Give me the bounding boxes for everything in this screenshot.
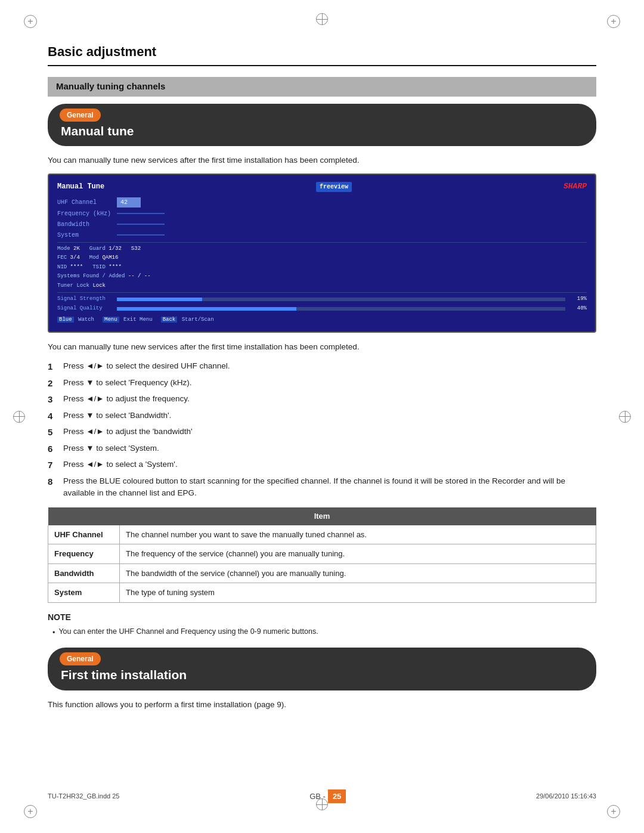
feature-tag-install: General bbox=[60, 652, 101, 665]
reg-mark-bottom-left bbox=[24, 805, 37, 818]
compass-top bbox=[316, 13, 328, 25]
step-text-6: Press ▼ to select 'System. bbox=[63, 442, 596, 454]
step-num-1: 1 bbox=[48, 360, 61, 374]
tv-field-freq-label: Frequency (kHz) bbox=[57, 209, 117, 218]
step-1: 1 Press ◄/► to select the desired UHF ch… bbox=[48, 360, 596, 374]
tv-screen-title: Manual Tune bbox=[57, 181, 104, 192]
tv-screen-mockup: Manual Tune freeview SHARP UHF Channel 4… bbox=[48, 174, 596, 333]
page-number: 25 bbox=[328, 789, 346, 804]
tv-tuner-lock: Tuner Lock Lock bbox=[57, 282, 106, 290]
intro-text-1: You can manually tune new services after… bbox=[48, 154, 596, 166]
note-text-1: You can enter the UHF Channel and Freque… bbox=[58, 626, 318, 637]
table-cell-term-1: UHF Channel bbox=[48, 525, 120, 544]
reg-mark-top-left bbox=[24, 15, 37, 28]
feature-block-manual-tune: General Manual tune bbox=[48, 104, 596, 147]
feature-block-first-install: General First time installation bbox=[48, 648, 596, 690]
step-text-4: Press ▼ to select 'Bandwidth'. bbox=[63, 410, 596, 422]
table-cell-term-2: Frequency bbox=[48, 544, 120, 564]
tv-signal-strength-label: Signal Strength bbox=[57, 295, 117, 304]
section2-intro: This function allows you to perform a fi… bbox=[48, 699, 596, 711]
step-num-5: 5 bbox=[48, 426, 61, 439]
tv-data-nid: NID **** bbox=[57, 264, 83, 272]
step-text-3: Press ◄/► to adjust the frequency. bbox=[63, 393, 596, 405]
step-8: 8 Press the BLUE coloured button to star… bbox=[48, 475, 596, 500]
table-cell-term-3: Bandwidth bbox=[48, 563, 120, 583]
compass-right bbox=[619, 411, 631, 423]
step-3: 3 Press ◄/► to adjust the frequency. bbox=[48, 393, 596, 407]
step-text-7: Press ◄/► to select a 'System'. bbox=[63, 459, 596, 470]
table-cell-desc-1: The channel number you want to save the … bbox=[120, 525, 596, 544]
step-text-2: Press ▼ to select 'Frequency (kHz). bbox=[63, 377, 596, 389]
note-item-1: • You can enter the UHF Channel and Freq… bbox=[48, 626, 596, 639]
table-header: Item bbox=[48, 507, 596, 525]
table-row: Frequency The frequency of the service (… bbox=[48, 544, 596, 564]
step-7: 7 Press ◄/► to select a 'System'. bbox=[48, 459, 596, 472]
note-bullet: • bbox=[52, 627, 55, 639]
note-title: NOTE bbox=[48, 611, 596, 624]
feature-title-manual: Manual tune bbox=[60, 122, 134, 141]
table-row: UHF Channel The channel number you want … bbox=[48, 525, 596, 544]
steps-list: 1 Press ◄/► to select the desired UHF ch… bbox=[48, 360, 596, 499]
table-cell-desc-4: The type of tuning system bbox=[120, 583, 596, 603]
footer-filename: TU-T2HR32_GB.indd 25 bbox=[48, 791, 119, 801]
tv-data-tsid: TSID **** bbox=[92, 264, 122, 272]
footer-timestamp: 29/06/2010 15:16:43 bbox=[536, 791, 596, 801]
step-num-2: 2 bbox=[48, 377, 61, 391]
step-6: 6 Press ▼ to select 'System. bbox=[48, 442, 596, 456]
step-num-6: 6 bbox=[48, 442, 61, 456]
table-cell-term-4: System bbox=[48, 583, 120, 603]
tv-field-sys-value bbox=[117, 234, 165, 236]
feature-title-install: First time installation bbox=[60, 665, 187, 685]
step-4: 4 Press ▼ to select 'Bandwidth'. bbox=[48, 410, 596, 423]
step-text-1: Press ◄/► to select the desired UHF chan… bbox=[63, 360, 596, 372]
tv-systems-found: Systems Found / Added -- / -- bbox=[57, 272, 151, 281]
tv-field-sys-label: System bbox=[57, 231, 117, 240]
tv-signal-strength-bar bbox=[117, 298, 565, 301]
tv-btn-watch: Blue Watch bbox=[57, 316, 94, 324]
sharp-logo: SHARP bbox=[564, 181, 587, 193]
reg-mark-top-right bbox=[607, 15, 620, 28]
tv-field-uhf-value: 42 bbox=[117, 197, 141, 208]
table-cell-desc-3: The bandwidth of the service (channel) y… bbox=[120, 563, 596, 583]
tv-field-freq-value bbox=[117, 213, 165, 214]
tv-signal-quality-pct: 40% bbox=[569, 305, 587, 313]
step-num-3: 3 bbox=[48, 393, 61, 407]
step-num-4: 4 bbox=[48, 410, 61, 423]
tv-data-mode: Mode 2K bbox=[57, 245, 80, 253]
tv-signal-quality-bar bbox=[117, 307, 565, 311]
info-table: Item UHF Channel The channel number you … bbox=[48, 507, 596, 603]
tv-btn-exit-menu: Menu Exit Menu bbox=[103, 316, 153, 324]
page-footer: TU-T2HR32_GB.indd 25 GB - 25 29/06/2010 … bbox=[48, 789, 596, 804]
tv-data-empty1: S32 bbox=[131, 245, 141, 253]
tv-field-bw-value bbox=[117, 224, 165, 225]
reg-mark-bottom-right bbox=[607, 805, 620, 818]
table-cell-desc-2: The frequency of the service (channel) y… bbox=[120, 544, 596, 564]
section-bar-manual: Manually tuning channels bbox=[48, 77, 596, 97]
step-2: 2 Press ▼ to select 'Frequency (kHz). bbox=[48, 377, 596, 391]
table-row: System The type of tuning system bbox=[48, 583, 596, 603]
feature-tag-manual: General bbox=[60, 109, 101, 122]
page-gb-label: GB - bbox=[309, 791, 326, 803]
step-text-8: Press the BLUE coloured button to start … bbox=[63, 475, 596, 500]
tv-field-bw-label: Bandwidth bbox=[57, 220, 117, 229]
tv-data-guard: Guard 1/32 bbox=[89, 245, 122, 253]
note-section: NOTE • You can enter the UHF Channel and… bbox=[48, 611, 596, 639]
table-row: Bandwidth The bandwidth of the service (… bbox=[48, 563, 596, 583]
page-title: Basic adjustment bbox=[48, 42, 596, 66]
step-num-7: 7 bbox=[48, 459, 61, 472]
tv-signal-strength-pct: 19% bbox=[569, 295, 587, 304]
tv-field-uhf-label: UHF Channel bbox=[57, 198, 117, 207]
tv-signal-quality-label: Signal Quality bbox=[57, 305, 117, 313]
step-text-5: Press ◄/► to adjust the 'bandwidth' bbox=[63, 426, 596, 438]
intro-text-2: You can manually tune new services after… bbox=[48, 341, 596, 353]
tv-data-fec: FEC 3/4 bbox=[57, 254, 80, 262]
step-5: 5 Press ◄/► to adjust the 'bandwidth' bbox=[48, 426, 596, 439]
step-num-8: 8 bbox=[48, 475, 61, 489]
compass-left bbox=[13, 411, 25, 423]
freeview-logo: freeview bbox=[316, 182, 352, 192]
tv-data-mod: Mod QAM16 bbox=[89, 254, 119, 262]
tv-btn-start-scan: Back Start/Scan bbox=[161, 316, 214, 324]
